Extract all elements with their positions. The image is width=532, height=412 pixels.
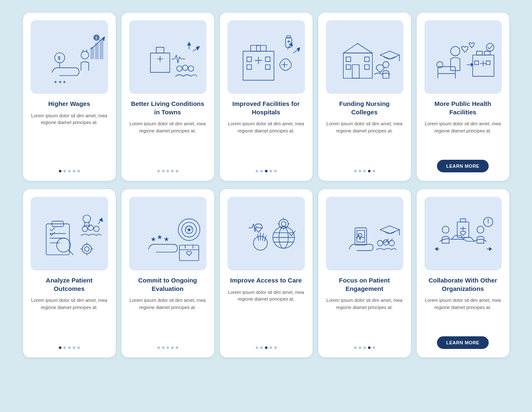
learn-more-button-2[interactable]: LEARN MORE	[437, 336, 489, 349]
dot	[373, 170, 375, 172]
card-collaborate: Collaborate With Other Organizations Lor…	[417, 189, 509, 357]
svg-text:★: ★	[163, 236, 169, 243]
svg-point-67	[486, 43, 494, 51]
card-body-collaborate: Lorem ipsum dolor sit dim amet, mea regi…	[424, 297, 502, 330]
dot	[73, 346, 75, 349]
dot	[368, 170, 371, 172]
illustration-commit-evaluation: ★ ★ ★	[129, 197, 206, 270]
dot	[176, 346, 178, 349]
svg-rect-7	[95, 43, 98, 59]
svg-text:$: $	[58, 55, 60, 61]
card-body-more-public-health: Lorem ipsum dolor sit dim amet, mea regi…	[424, 120, 502, 154]
card-commit-evaluation: ★ ★ ★	[122, 189, 214, 357]
card-more-public-health: More Public Health Facilities Lorem ipsu…	[417, 13, 509, 181]
illustration-better-living	[129, 20, 206, 94]
card-body-analyze-patient: Lorem ipsum dolor sit dim amet, mea regi…	[31, 297, 108, 341]
dot	[256, 346, 258, 349]
dot	[368, 346, 371, 349]
dot	[363, 346, 366, 349]
dot	[270, 170, 272, 172]
dot	[373, 346, 375, 349]
card-body-better-living: Lorem ipsum dolor sit dim amet, mea regi…	[129, 120, 206, 164]
dot	[256, 170, 258, 172]
card-title-commit-evaluation: Commit to Ongoing Evaluation	[129, 276, 206, 293]
dot	[354, 170, 357, 172]
dot	[157, 346, 160, 349]
dot	[68, 170, 71, 172]
card-title-focus-patient: Focus on Patient Engagement	[326, 276, 403, 293]
dot	[171, 170, 174, 172]
card-body-improve-access: Lorem ipsum dolor sit dim amet, mea regi…	[228, 289, 305, 341]
card-row-2: Analyze Patient Outcomes Lorem ipsum dol…	[8, 189, 524, 357]
card-funding-nursing: Funding Nursing Colleges Lorem ipsum dol…	[318, 13, 411, 181]
card-body-focus-patient: Lorem ipsum dolor sit dim amet, mea regi…	[326, 297, 403, 341]
card-body-funding-nursing: Lorem ipsum dolor sit dim amet, mea regi…	[326, 120, 403, 164]
svg-text:★: ★	[157, 234, 162, 240]
dot	[68, 346, 71, 349]
learn-more-button-1[interactable]: LEARN MORE	[437, 160, 489, 172]
illustration-funding-nursing	[326, 20, 403, 94]
card-title-better-living: Better Living Conditions in Towns	[129, 100, 206, 116]
svg-point-72	[39, 217, 92, 258]
dot	[260, 346, 263, 349]
dot	[162, 346, 164, 349]
illustration-improve-access	[228, 197, 305, 270]
card-improve-access: Improve Access to Care Lorem ipsum dolor…	[220, 189, 312, 357]
card-title-higher-wages: Higher Wages	[48, 100, 90, 108]
dots-better-living	[157, 170, 178, 172]
dots-improved-facilities	[256, 170, 277, 172]
card-title-more-public-health: More Public Health Facilities	[424, 100, 502, 116]
dots-commit-evaluation	[157, 346, 178, 349]
illustration-higher-wages: $ $	[31, 20, 108, 94]
card-body-improved-facilities: Lorem ipsum dolor sit dim amet, mea regi…	[228, 120, 305, 164]
svg-point-56	[435, 37, 490, 81]
illustration-more-public-health	[424, 20, 502, 94]
illustration-focus-patient	[326, 197, 403, 270]
svg-marker-40	[297, 48, 299, 51]
card-body-higher-wages: Lorem ipsum dolor sit dim amet, mea regi…	[31, 112, 108, 164]
svg-rect-8	[100, 40, 103, 59]
dot	[73, 170, 75, 172]
dot	[359, 346, 361, 349]
card-title-improved-facilities: Improved Facilities for Hospitals	[228, 100, 305, 116]
dot	[260, 170, 263, 172]
dot	[59, 170, 61, 172]
dot	[167, 346, 169, 349]
svg-text:$: $	[95, 36, 97, 40]
dots-analyze-patient	[59, 346, 80, 349]
card-row-1: $ $	[8, 13, 524, 181]
dot	[363, 170, 366, 172]
card-improved-facilities: Improved Facilities for Hospitals Lorem …	[220, 13, 312, 181]
svg-marker-22	[187, 42, 190, 45]
dot	[162, 170, 164, 172]
card-better-living: Better Living Conditions in Towns Lorem …	[122, 13, 214, 181]
card-title-collaborate: Collaborate With Other Organizations	[424, 276, 502, 293]
card-title-funding-nursing: Funding Nursing Colleges	[326, 100, 403, 116]
card-focus-patient: Focus on Patient Engagement Lorem ipsum …	[318, 189, 411, 357]
svg-text:★: ★	[150, 236, 156, 243]
svg-marker-144	[435, 248, 437, 251]
svg-point-13	[140, 40, 195, 82]
dots-higher-wages	[59, 170, 80, 172]
svg-marker-146	[489, 248, 492, 251]
dot	[157, 170, 160, 172]
dot	[354, 346, 357, 349]
card-higher-wages: $ $	[23, 13, 116, 181]
dot	[59, 346, 61, 349]
dot	[265, 346, 267, 349]
dot	[77, 170, 80, 172]
illustration-analyze-patient	[31, 197, 108, 270]
dot	[270, 346, 272, 349]
dot	[64, 170, 66, 172]
dots-improve-access	[256, 346, 277, 349]
dot	[64, 346, 66, 349]
card-analyze-patient: Analyze Patient Outcomes Lorem ipsum dol…	[23, 189, 116, 357]
card-body-commit-evaluation: Lorem ipsum dolor sit dim amet, mea regi…	[129, 297, 206, 341]
dot	[77, 346, 80, 349]
dots-funding-nursing	[354, 170, 375, 172]
dot	[274, 346, 277, 349]
svg-text:★ ★ ★: ★ ★ ★	[54, 80, 66, 84]
dot	[171, 346, 174, 349]
card-title-analyze-patient: Analyze Patient Outcomes	[31, 276, 108, 293]
dot	[265, 170, 267, 172]
